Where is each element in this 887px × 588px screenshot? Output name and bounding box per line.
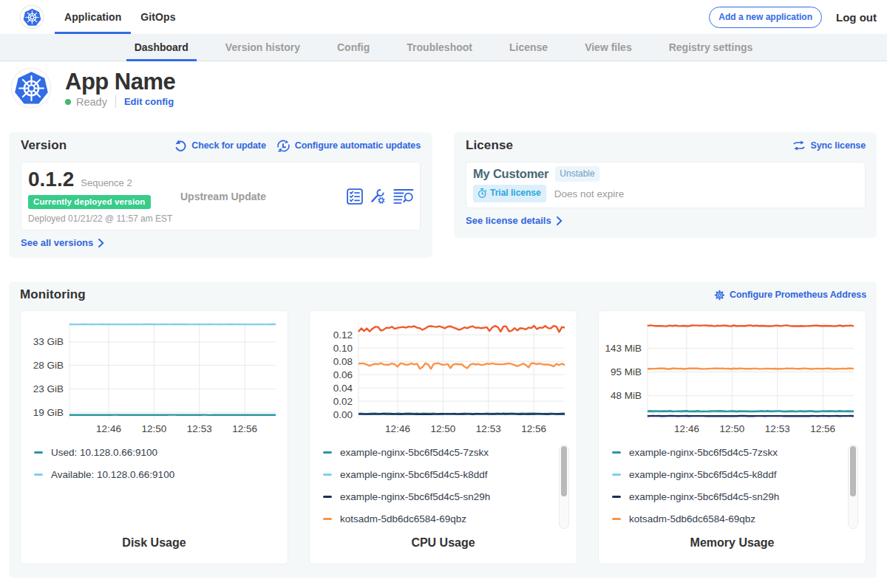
legend-label: example-nginx-5bc6f5d4c5-7zskx [340, 447, 489, 458]
see-all-versions-label: See all versions [21, 237, 93, 248]
subnav-item-troubleshoot[interactable]: Troubleshoot [398, 34, 480, 61]
sync-license-label: Sync license [810, 140, 866, 151]
svg-text:12:46: 12:46 [674, 423, 699, 434]
svg-text:0.00: 0.00 [333, 409, 353, 420]
legend-scrollbar-thumb[interactable] [850, 446, 856, 496]
preflight-checklist-icon[interactable] [347, 188, 363, 205]
legend-scrollbar[interactable] [559, 445, 569, 529]
license-details-box: My Customer Unstable Trial license [466, 162, 866, 208]
legend-swatch-icon [612, 496, 621, 498]
sync-license-link[interactable]: Sync license [792, 140, 866, 151]
svg-text:12:50: 12:50 [141, 423, 166, 434]
svg-text:95 MiB: 95 MiB [611, 366, 642, 377]
svg-text:12:56: 12:56 [521, 423, 546, 434]
legend-label: kotsadm-5db6dc6584-69qbz [340, 513, 466, 524]
legend-swatch-icon [323, 474, 332, 476]
legend-swatch-icon [34, 474, 43, 476]
chart-title: CPU Usage [310, 536, 577, 550]
legend-item: Used: 10.128.0.66:9100 [21, 441, 288, 463]
app-subnav: DashboardVersion historyConfigTroublesho… [0, 34, 887, 61]
subnav-item-version-history[interactable]: Version history [217, 34, 308, 61]
subnav-item-dashboard[interactable]: Dashboard [126, 34, 197, 61]
legend-item: example-nginx-5bc6f5d4c5-sn29h [599, 485, 866, 507]
svg-text:33 GiB: 33 GiB [33, 336, 64, 347]
subnav-item-config[interactable]: Config [329, 34, 378, 61]
status-dot-icon [65, 99, 71, 105]
legend-label: example-nginx-5bc6f5d4c5-sn29h [340, 491, 490, 502]
legend-item: example-nginx-5bc6f5d4c5-7zskx [310, 441, 577, 463]
app-header: App Name Ready Edit config [0, 61, 887, 108]
configure-auto-updates-link[interactable]: Configure automatic updates [276, 139, 421, 153]
legend-label: kotsadm-5db6dc6584-69qbz [629, 513, 755, 524]
legend-swatch-icon [323, 496, 332, 498]
chart-title: Memory Usage [599, 536, 866, 550]
svg-text:143 MiB: 143 MiB [605, 343, 642, 354]
chart-title: Disk Usage [21, 536, 288, 550]
version-card-title: Version [21, 138, 67, 153]
legend-swatch-icon [612, 451, 621, 454]
legend-label: example-nginx-5bc6f5d4c5-k8ddf [629, 469, 777, 480]
legend-swatch-icon [34, 451, 43, 454]
license-card: License Sync license My Custo [454, 132, 877, 238]
configure-prometheus-label: Configure Prometheus Address [730, 290, 866, 300]
legend-label: Used: 10.128.0.66:9100 [51, 447, 157, 458]
logout-link[interactable]: Log out [836, 11, 877, 24]
channel-badge: Unstable [555, 166, 599, 182]
license-card-title: License [466, 138, 513, 153]
legend-swatch-icon [323, 451, 332, 454]
subnav-item-registry-settings[interactable]: Registry settings [661, 34, 761, 61]
memory-usage-legend: example-nginx-5bc6f5d4c5-7zskxexample-ng… [599, 441, 866, 530]
configure-prometheus-link[interactable]: Configure Prometheus Address [714, 290, 866, 301]
kubernetes-logo-icon [21, 6, 43, 28]
customer-name: My Customer [473, 166, 548, 182]
tab-application[interactable]: Application [55, 0, 131, 34]
edit-config-link[interactable]: Edit config [124, 96, 174, 107]
svg-text:12:56: 12:56 [810, 423, 835, 434]
legend-scrollbar[interactable] [848, 445, 858, 529]
legend-swatch-icon [612, 474, 621, 476]
license-type-label: Trial license [490, 188, 541, 198]
legend-label: example-nginx-5bc6f5d4c5-k8ddf [340, 469, 488, 480]
deployed-badge: Currently deployed version [28, 195, 151, 209]
see-license-details-label: See license details [466, 215, 551, 226]
see-license-details-link[interactable]: See license details [466, 215, 866, 226]
view-diff-icon[interactable] [393, 188, 414, 205]
disk-usage-legend: Used: 10.128.0.66:9100Available: 10.128.… [21, 441, 288, 485]
auto-update-clock-icon [276, 139, 290, 153]
license-expiry: Does not expire [554, 188, 625, 199]
check-for-update-link[interactable]: Check for update [174, 139, 266, 152]
cpu-usage-plot: 12:4612:5012:5312:560.000.020.040.060.08… [310, 311, 578, 437]
svg-text:12:53: 12:53 [476, 423, 501, 434]
gear-icon [714, 290, 725, 301]
legend-item: kotsadm-5db6dc6584-69qbz [599, 507, 866, 530]
check-for-update-label: Check for update [191, 140, 266, 151]
svg-text:12:50: 12:50 [430, 423, 455, 434]
svg-text:12:46: 12:46 [96, 423, 121, 434]
divider [115, 95, 116, 108]
tab-gitops[interactable]: GitOps [131, 0, 185, 34]
version-number: 0.1.2 [28, 169, 74, 190]
upstream-update-label: Upstream Update [180, 191, 347, 202]
see-all-versions-link[interactable]: See all versions [21, 237, 421, 248]
svg-text:0.10: 0.10 [333, 343, 353, 354]
deployed-timestamp: Deployed 01/21/22 @ 11:57 am EST [28, 213, 180, 224]
legend-label: example-nginx-5bc6f5d4c5-7zskx [629, 447, 778, 458]
subnav-item-view-files[interactable]: View files [577, 34, 640, 61]
svg-text:28 GiB: 28 GiB [33, 360, 64, 371]
legend-scrollbar-thumb[interactable] [561, 446, 567, 496]
legend-item: Available: 10.128.0.66:9100 [21, 463, 288, 485]
legend-swatch-icon [612, 518, 621, 520]
svg-text:0.04: 0.04 [333, 383, 353, 394]
subnav-item-license[interactable]: License [501, 34, 556, 61]
svg-text:23 GiB: 23 GiB [33, 383, 64, 394]
legend-item: example-nginx-5bc6f5d4c5-k8ddf [599, 463, 866, 485]
cpu-usage-legend: example-nginx-5bc6f5d4c5-7zskxexample-ng… [310, 441, 577, 530]
config-wrench-icon[interactable] [370, 188, 386, 205]
svg-text:48 MiB: 48 MiB [611, 390, 642, 401]
stopwatch-icon [478, 188, 487, 199]
configure-auto-updates-label: Configure automatic updates [295, 140, 421, 151]
sync-arrows-icon [792, 140, 806, 151]
svg-text:0.06: 0.06 [333, 369, 353, 380]
top-navbar: Application GitOps Add a new application… [0, 0, 887, 34]
add-application-button[interactable]: Add a new application [709, 7, 822, 28]
